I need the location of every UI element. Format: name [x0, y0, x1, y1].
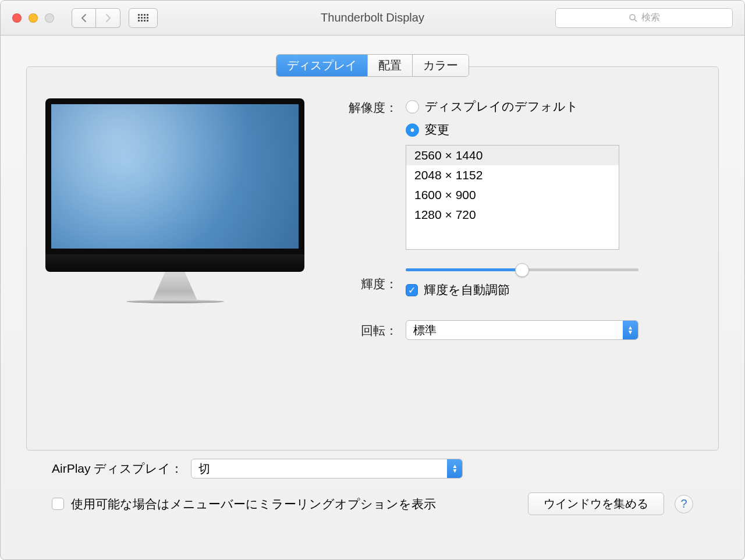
- display-panel: 解像度： ディスプレイのデフォルト 変更 2560 × 1440 2048: [26, 66, 719, 451]
- auto-brightness-checkbox[interactable]: ✓ 輝度を自動調節: [406, 282, 700, 298]
- search-input[interactable]: 検索: [555, 8, 733, 28]
- svg-line-1: [634, 19, 637, 22]
- nav-buttons: [72, 8, 120, 28]
- resolution-default-radio[interactable]: ディスプレイのデフォルト: [406, 98, 700, 115]
- tab-display[interactable]: ディスプレイ: [276, 55, 368, 76]
- tab-arrangement[interactable]: 配置: [368, 55, 413, 76]
- monitor-preview: [45, 98, 304, 427]
- chevron-left-icon: [80, 13, 87, 23]
- rotation-row: 回転： 標準 ▲▼: [322, 320, 700, 340]
- bottom-row: 使用可能な場合はメニューバーにミラーリングオプションを表示 ウインドウを集める …: [52, 492, 693, 515]
- back-button[interactable]: [72, 8, 96, 28]
- footer: AirPlay ディスプレイ： 切 ▲▼ 使用可能な場合はメニューバーにミラーリ…: [26, 451, 719, 529]
- resolution-option-2[interactable]: 1600 × 900: [406, 185, 619, 205]
- airplay-row: AirPlay ディスプレイ： 切 ▲▼: [52, 459, 693, 479]
- resolution-scaled-radio[interactable]: 変更: [406, 122, 700, 138]
- rotation-select[interactable]: 標準 ▲▼: [406, 320, 638, 340]
- rotation-value: 標準: [406, 322, 444, 338]
- slider-thumb[interactable]: [515, 263, 529, 277]
- body: ディスプレイ 配置 カラー 解像度：: [1, 36, 744, 559]
- brightness-row: 輝度： ✓ 輝度を自動調節: [322, 268, 700, 298]
- show-all-button[interactable]: [129, 8, 158, 28]
- mirror-option-label: 使用可能な場合はメニューバーにミラーリングオプションを表示: [71, 496, 436, 512]
- airplay-value: 切: [191, 461, 217, 477]
- controls: 解像度： ディスプレイのデフォルト 変更 2560 × 1440 2048: [322, 98, 700, 427]
- preferences-window: Thunderbolt Display 検索 ディスプレイ 配置 カラー: [0, 0, 745, 560]
- brightness-label: 輝度：: [322, 275, 398, 292]
- resolution-default-label: ディスプレイのデフォルト: [425, 98, 579, 115]
- resolution-option-0[interactable]: 2560 × 1440: [406, 146, 619, 165]
- radio-selected-icon: [406, 123, 419, 137]
- monitor-image: [45, 98, 304, 303]
- help-button[interactable]: ?: [675, 495, 693, 513]
- forward-button[interactable]: [96, 8, 120, 28]
- resolution-label: 解像度：: [322, 98, 398, 116]
- radio-icon: [406, 100, 419, 114]
- search-placeholder: 検索: [641, 12, 660, 24]
- updown-arrows-icon: ▲▼: [447, 459, 462, 478]
- close-window-button[interactable]: [12, 13, 22, 23]
- search-icon: [629, 13, 638, 23]
- window-title: Thunderbolt Display: [321, 11, 424, 24]
- checkbox-checked-icon: ✓: [406, 284, 418, 296]
- mirror-option-checkbox[interactable]: 使用可能な場合はメニューバーにミラーリングオプションを表示: [52, 496, 436, 512]
- tab-bar: ディスプレイ 配置 カラー: [276, 54, 469, 77]
- airplay-label: AirPlay ディスプレイ：: [52, 460, 183, 477]
- grid-icon: [138, 14, 148, 22]
- airplay-select[interactable]: 切 ▲▼: [191, 459, 463, 479]
- chevron-right-icon: [105, 13, 112, 23]
- svg-point-0: [630, 15, 635, 20]
- brightness-slider[interactable]: [406, 268, 638, 271]
- rotation-label: 回転：: [322, 321, 398, 339]
- resolution-option-3[interactable]: 1280 × 720: [406, 205, 619, 225]
- resolution-scaled-label: 変更: [425, 122, 449, 138]
- resolution-row: 解像度： ディスプレイのデフォルト 変更 2560 × 1440 2048: [322, 98, 700, 250]
- auto-brightness-label: 輝度を自動調節: [424, 282, 510, 298]
- checkbox-unchecked-icon: [52, 498, 64, 510]
- zoom-window-button: [45, 13, 54, 23]
- gather-windows-button[interactable]: ウインドウを集める: [528, 492, 664, 515]
- minimize-window-button[interactable]: [29, 13, 38, 23]
- updown-arrows-icon: ▲▼: [623, 321, 638, 339]
- tab-color[interactable]: カラー: [413, 55, 469, 76]
- window-controls: [12, 13, 54, 23]
- resolution-option-1[interactable]: 2048 × 1152: [406, 165, 619, 185]
- titlebar: Thunderbolt Display 検索: [1, 1, 744, 36]
- resolution-list[interactable]: 2560 × 1440 2048 × 1152 1600 × 900 1280 …: [406, 145, 619, 250]
